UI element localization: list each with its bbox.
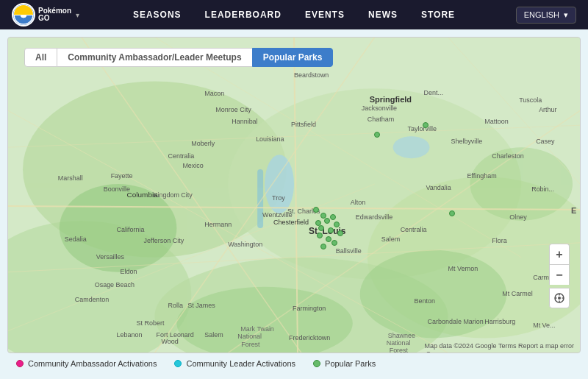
nav-store[interactable]: STORE — [421, 10, 455, 20]
nav-leaderboard[interactable]: LEADERBOARD — [205, 10, 282, 20]
report-link[interactable]: Report a map error — [518, 342, 574, 350]
leader-label: Community Leader Activations — [186, 359, 295, 368]
attribution-text: Map data ©2024 Google — [424, 342, 496, 350]
nav-news[interactable]: NEWS — [368, 10, 398, 20]
zoom-out-button[interactable]: − — [549, 264, 570, 285]
filter-all-button[interactable]: All — [24, 48, 57, 67]
terms-link[interactable]: Terms — [498, 342, 517, 350]
map-marker[interactable] — [313, 207, 319, 213]
map-marker[interactable] — [331, 240, 337, 246]
locate-button[interactable] — [549, 288, 570, 308]
ambassador-label: Community Ambassador Activations — [28, 359, 157, 368]
zoom-in-button[interactable]: + — [549, 244, 570, 264]
parks-label: Popular Parks — [325, 359, 376, 368]
map-marker[interactable] — [318, 225, 324, 231]
pokemon-go-logo — [12, 3, 35, 26]
map-marker[interactable] — [330, 214, 336, 220]
map-controls: + − — [549, 244, 570, 308]
nav-events[interactable]: EVENTS — [305, 10, 345, 20]
svg-point-104 — [558, 297, 561, 300]
leader-dot-icon — [174, 360, 182, 367]
map-marker[interactable] — [324, 218, 330, 224]
map-marker[interactable] — [423, 122, 429, 128]
main-nav: SEASONS LEADERBOARD EVENTS NEWS STORE — [133, 10, 455, 20]
ambassador-dot-icon — [16, 360, 24, 367]
map-marker[interactable] — [320, 244, 326, 249]
legend-item-parks: Popular Parks — [313, 359, 376, 368]
logo-text: Pokémon GO — [38, 7, 71, 22]
map-marker[interactable] — [317, 233, 323, 238]
language-label: ENGLISH — [524, 10, 559, 19]
legend: Community Ambassador Activations Communi… — [7, 353, 581, 374]
map-attribution: Map data ©2024 Google Terms Report a map… — [424, 342, 574, 350]
header: Pokémon GO ▾ SEASONS LEADERBOARD EVENTS … — [0, 0, 588, 29]
logo-chevron-icon: ▾ — [76, 11, 79, 19]
filter-bar: All Community Ambassador/Leader Meetups … — [24, 48, 333, 67]
map-marker[interactable] — [374, 132, 380, 138]
legend-item-ambassador: Community Ambassador Activations — [16, 359, 157, 368]
map-marker[interactable] — [337, 230, 343, 236]
map-marker[interactable] — [334, 222, 340, 227]
filter-meetups-button[interactable]: Community Ambassador/Leader Meetups — [57, 48, 251, 67]
map-marker[interactable] — [326, 236, 331, 242]
filter-popular-parks-button[interactable]: Popular Parks — [252, 48, 334, 67]
map-container: Springfield St. Louis Columbia Chesterfi… — [7, 37, 581, 353]
language-selector[interactable]: ENGLISH ▾ — [516, 7, 576, 24]
logo-area[interactable]: Pokémon GO ▾ — [12, 3, 79, 26]
map-markers — [8, 38, 580, 353]
language-chevron-icon: ▾ — [564, 10, 568, 20]
main-content: Springfield St. Louis Columbia Chesterfi… — [0, 29, 588, 379]
nav-seasons[interactable]: SEASONS — [133, 10, 182, 20]
map-marker[interactable] — [328, 227, 334, 233]
parks-dot-icon — [313, 360, 320, 367]
map-marker[interactable] — [449, 210, 455, 216]
locate-icon — [554, 293, 564, 303]
legend-item-leader: Community Leader Activations — [174, 359, 295, 368]
